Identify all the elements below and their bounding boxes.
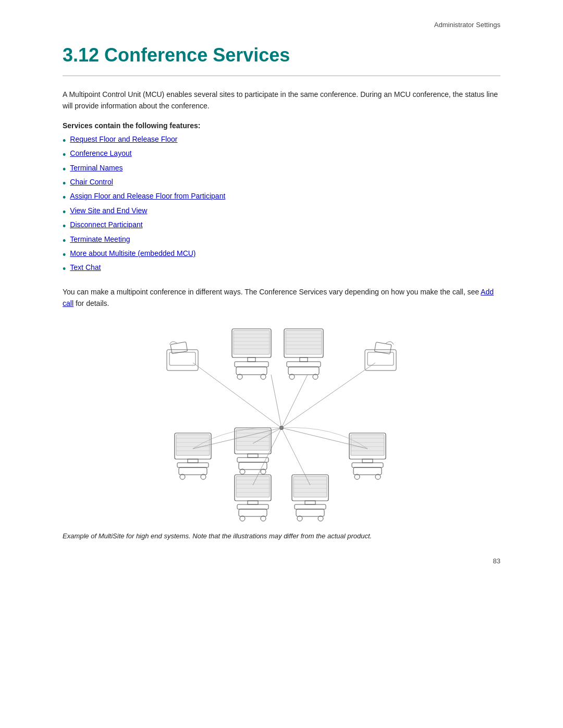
svg-rect-25 <box>300 357 308 362</box>
bullet-icon: • <box>63 178 66 190</box>
list-item: •Disconnect Participant <box>63 220 500 232</box>
svg-rect-41 <box>188 459 198 463</box>
list-item: •Chair Control <box>63 178 500 190</box>
svg-rect-53 <box>237 458 268 462</box>
list-item: •Conference Layout <box>63 149 500 161</box>
svg-rect-74 <box>248 501 258 504</box>
feature-link[interactable]: Terminal Names <box>70 164 123 172</box>
feature-link[interactable]: Chair Control <box>70 178 113 186</box>
svg-rect-1 <box>169 352 195 365</box>
section-title: 3.12 Conference Services <box>63 44 500 66</box>
features-list: •Request Floor and Release Floor•Confere… <box>63 135 500 276</box>
svg-rect-76 <box>239 509 267 516</box>
svg-rect-80 <box>293 476 327 497</box>
list-item: •View Site and End View <box>63 206 500 218</box>
bullet-icon: • <box>63 235 66 247</box>
bullet-icon: • <box>63 149 66 161</box>
feature-link[interactable]: View Site and End View <box>70 206 147 215</box>
svg-line-34 <box>282 363 375 428</box>
svg-rect-86 <box>295 504 326 509</box>
feature-link[interactable]: Terminate Meeting <box>70 235 130 243</box>
svg-rect-52 <box>248 454 258 458</box>
svg-rect-87 <box>296 509 324 516</box>
diagram-caption: Example of MultiSite for high end system… <box>63 531 500 541</box>
svg-rect-63 <box>362 459 373 463</box>
bullet-icon: • <box>63 263 66 275</box>
list-item: •Request Floor and Release Floor <box>63 135 500 147</box>
svg-rect-85 <box>305 501 315 504</box>
svg-rect-0 <box>167 350 198 371</box>
svg-rect-4 <box>368 352 394 365</box>
svg-rect-47 <box>236 429 270 450</box>
features-heading: Services contain the following features: <box>63 121 500 130</box>
bullet-icon: • <box>63 220 66 232</box>
svg-rect-36 <box>176 435 210 455</box>
svg-rect-58 <box>351 435 384 455</box>
svg-rect-43 <box>179 467 207 475</box>
svg-rect-42 <box>177 463 209 467</box>
svg-rect-65 <box>353 467 382 475</box>
feature-link[interactable]: Conference Layout <box>70 149 131 157</box>
bullet-icon: • <box>63 135 66 147</box>
svg-rect-27 <box>288 367 319 375</box>
svg-line-32 <box>282 375 308 428</box>
feature-link[interactable]: Request Floor and Release Floor <box>70 135 177 143</box>
list-item: •More about Multisite (embedded MCU) <box>63 249 500 261</box>
list-item: •Assign Floor and Release Floor from Par… <box>63 192 500 204</box>
list-item: •Terminate Meeting <box>63 235 500 247</box>
bullet-icon: • <box>63 192 66 204</box>
bullet-icon: • <box>63 164 66 176</box>
page-number: 83 <box>63 557 500 565</box>
svg-rect-75 <box>237 504 268 509</box>
bullet-icon: • <box>63 249 66 261</box>
svg-rect-13 <box>248 357 255 362</box>
body-paragraph: You can make a multipoint conference in … <box>63 286 500 310</box>
list-item: •Text Chat <box>63 263 500 275</box>
page-container: Administrator Settings 3.12 Conference S… <box>0 0 563 728</box>
list-item: •Terminal Names <box>63 164 500 176</box>
svg-rect-2 <box>170 342 188 354</box>
feature-link[interactable]: More about Multisite (embedded MCU) <box>70 249 195 257</box>
bullet-icon: • <box>63 206 66 218</box>
svg-rect-15 <box>236 367 267 375</box>
svg-rect-14 <box>235 362 268 367</box>
svg-rect-64 <box>352 463 383 467</box>
intro-paragraph: A Multipoint Control Unit (MCU) enables … <box>63 89 500 112</box>
feature-link[interactable]: Assign Floor and Release Floor from Part… <box>70 192 225 200</box>
feature-link[interactable]: Text Chat <box>70 263 101 272</box>
svg-line-33 <box>193 363 282 428</box>
svg-rect-3 <box>365 350 396 371</box>
section-divider <box>63 76 500 76</box>
svg-rect-26 <box>287 362 321 367</box>
feature-link[interactable]: Disconnect Participant <box>70 220 142 229</box>
svg-line-31 <box>271 375 282 428</box>
multisite-diagram <box>151 324 412 522</box>
header-breadcrumb: Administrator Settings <box>63 21 500 29</box>
diagram-container <box>63 324 500 522</box>
svg-rect-69 <box>236 476 270 497</box>
